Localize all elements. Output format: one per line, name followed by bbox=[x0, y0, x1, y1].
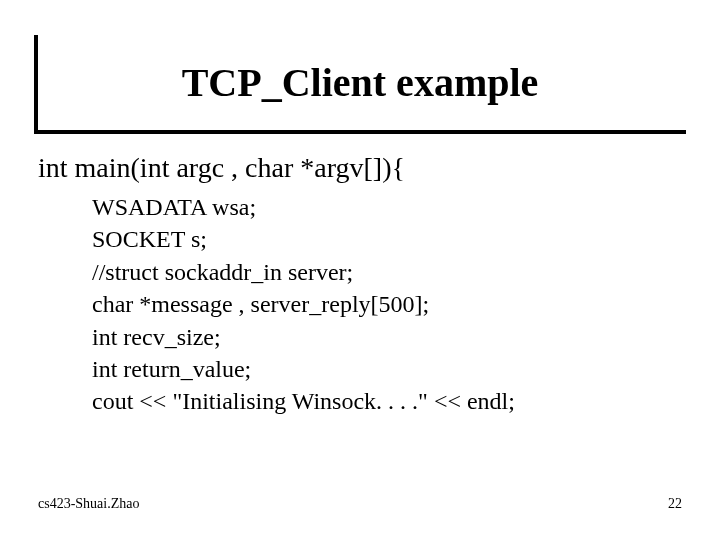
code-line: cout << "Initialising Winsock. . . ." <<… bbox=[92, 385, 682, 417]
footer: cs423-Shuai.Zhao 22 bbox=[38, 496, 682, 512]
code-line: SOCKET s; bbox=[92, 223, 682, 255]
slide-title: TCP_Client example bbox=[34, 35, 686, 130]
function-signature: int main(int argc , char *argv[]){ bbox=[38, 150, 682, 185]
title-horizontal-rule bbox=[34, 130, 686, 134]
code-content: int main(int argc , char *argv[]){ WSADA… bbox=[38, 150, 682, 418]
code-line: //struct sockaddr_in server; bbox=[92, 256, 682, 288]
code-line: char *message , server_reply[500]; bbox=[92, 288, 682, 320]
function-body: WSADATA wsa; SOCKET s; //struct sockaddr… bbox=[38, 185, 682, 418]
code-line: int recv_size; bbox=[92, 321, 682, 353]
footer-left: cs423-Shuai.Zhao bbox=[38, 496, 139, 512]
code-line: WSADATA wsa; bbox=[92, 191, 682, 223]
title-block: TCP_Client example bbox=[34, 35, 686, 134]
slide: TCP_Client example int main(int argc , c… bbox=[0, 0, 720, 540]
page-number: 22 bbox=[668, 496, 682, 512]
title-vertical-rule bbox=[34, 35, 38, 133]
code-line: int return_value; bbox=[92, 353, 682, 385]
